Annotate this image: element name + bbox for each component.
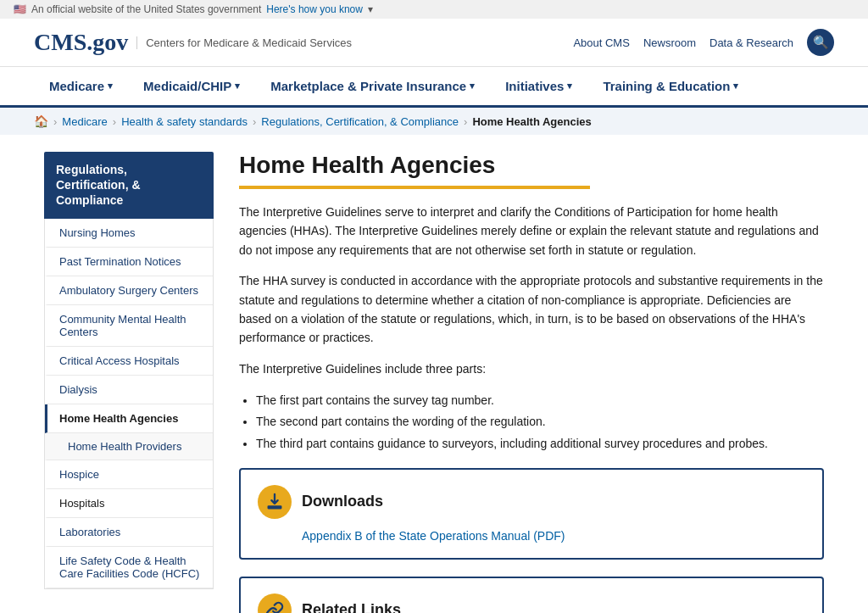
sidebar-item-critical-access[interactable]: Critical Access Hospitals [45,347,213,376]
gov-banner-link[interactable]: Here's how you know [266,3,363,15]
breadcrumb-medicare[interactable]: Medicare [62,115,107,128]
content-para-2: The HHA survey is conducted in accordanc… [239,271,824,348]
breadcrumb-regulations[interactable]: Regulations, Certification, & Compliance [261,115,459,128]
data-research-link[interactable]: Data & Research [709,36,793,49]
search-icon: 🔍 [813,35,829,50]
related-links-icon [258,593,292,613]
chevron-icon-initiatives: ▾ [567,81,572,92]
sidebar-item-past-termination[interactable]: Past Termination Notices [45,248,213,276]
download-icon [258,485,292,519]
about-cms-link[interactable]: About CMS [573,36,629,49]
nav-item-marketplace[interactable]: Marketplace & Private Insurance ▾ [255,67,490,108]
page-title: Home Health Agencies [239,152,824,179]
content-para-1: The Interpretive Guidelines serve to int… [239,203,824,259]
gov-banner-chevron: ▾ [368,3,373,15]
nav-label-medicaid: Medicaid/CHIP [143,79,231,93]
nav-label-marketplace: Marketplace & Private Insurance [270,79,466,93]
sidebar-item-laboratories[interactable]: Laboratories [45,518,213,547]
sidebar-item-hospitals[interactable]: Hospitals [45,489,213,518]
bullet-item-1: The first part contains the survey tag n… [256,390,824,411]
chevron-icon-medicare: ▾ [108,81,113,92]
sidebar-nav: Nursing Homes Past Termination Notices A… [44,219,214,589]
nav-item-training[interactable]: Training & Education ▾ [587,67,754,108]
related-card-title: Related Links [302,601,401,613]
nav-label-initiatives: Initiatives [505,79,564,93]
logo-area: CMS.gov Centers for Medicare & Medicaid … [34,29,352,56]
sidebar-item-dialysis[interactable]: Dialysis [45,376,213,404]
content-para-3: The Interpretive Guidelines include thre… [239,359,824,378]
related-links-card: Related Links Quality, Safety & Oversigh… [239,577,824,613]
sidebar-subitem-home-health-providers[interactable]: Home Health Providers [45,433,213,460]
sidebar-item-hospice[interactable]: Hospice [45,460,213,489]
nav-item-medicare[interactable]: Medicare ▾ [34,67,128,108]
card-header-downloads: Downloads [258,485,805,519]
chevron-icon-marketplace: ▾ [470,81,475,92]
nav-label-medicare: Medicare [49,79,104,93]
bullet-item-3: The third part contains guidance to surv… [256,433,824,454]
home-icon: 🏠 [34,114,48,128]
downloads-link-1[interactable]: Appendix B of the State Operations Manua… [302,529,805,543]
sidebar-item-ambulatory[interactable]: Ambulatory Surgery Centers [45,276,213,305]
breadcrumb-current: Home Health Agencies [472,115,591,128]
gov-banner: 🇺🇸 An official website of the United Sta… [0,0,868,19]
main-content: Home Health Agencies The Interpretive Gu… [239,152,824,613]
breadcrumb-health-safety[interactable]: Health & safety standards [121,115,248,128]
card-header-related: Related Links [258,593,805,613]
logo-tagline: Centers for Medicare & Medicaid Services [136,36,352,49]
sidebar-item-home-health[interactable]: Home Health Agencies [45,404,213,433]
nav-item-medicaid[interactable]: Medicaid/CHIP ▾ [128,67,255,108]
logo-cms-text: CMS [34,29,86,55]
flag-icon: 🇺🇸 [14,3,26,15]
chevron-icon-training: ▾ [733,81,738,92]
downloads-card: Downloads Appendix B of the State Operat… [239,468,824,560]
content-bullet-list: The first part contains the survey tag n… [256,390,824,454]
newsroom-link[interactable]: Newsroom [643,36,696,49]
main-nav: Medicare ▾ Medicaid/CHIP ▾ Marketplace &… [0,67,868,108]
header-links: About CMS Newsroom Data & Research 🔍 [573,29,834,56]
title-underline [239,186,824,189]
sidebar: Regulations, Certification, & Compliance… [44,152,214,613]
sidebar-title: Regulations, Certification, & Compliance [44,152,214,219]
sidebar-item-community-mental[interactable]: Community Mental Health Centers [45,305,213,347]
sidebar-item-life-safety[interactable]: Life Safety Code & Health Care Facilitie… [45,547,213,588]
downloads-card-title: Downloads [302,493,383,510]
chevron-icon-medicaid: ▾ [235,81,240,92]
main-container: Regulations, Certification, & Compliance… [27,135,841,613]
site-header: CMS.gov Centers for Medicare & Medicaid … [0,19,868,67]
breadcrumb: 🏠 › Medicare › Health & safety standards… [0,108,868,135]
logo-gov-text: gov [92,29,128,55]
sidebar-item-nursing-homes[interactable]: Nursing Homes [45,219,213,248]
bullet-item-2: The second part contains the wording of … [256,411,824,432]
nav-item-initiatives[interactable]: Initiatives ▾ [490,67,587,108]
nav-label-training: Training & Education [603,79,730,93]
cms-logo: CMS.gov [34,29,128,56]
search-button[interactable]: 🔍 [807,29,834,56]
gov-banner-text: An official website of the United States… [31,3,261,15]
